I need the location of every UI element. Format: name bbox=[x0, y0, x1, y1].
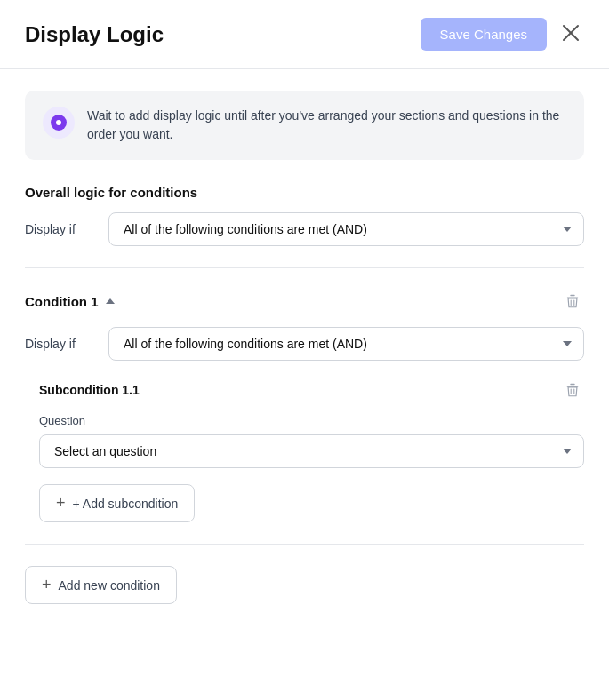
subcondition-trash-icon bbox=[565, 382, 581, 398]
trash-icon bbox=[565, 293, 581, 309]
condition-1-dropdown-wrapper: All of the following conditions are met … bbox=[108, 327, 584, 361]
svg-rect-7 bbox=[570, 384, 574, 385]
subcondition-1-1-block: Subcondition 1.1 Question Select an ques… bbox=[39, 378, 584, 522]
divider-2 bbox=[25, 544, 584, 545]
svg-rect-3 bbox=[570, 295, 574, 296]
overall-display-if-label: Display if bbox=[25, 222, 96, 236]
add-condition-plus-icon: + bbox=[42, 576, 52, 594]
info-banner-text: Wait to add display logic until after yo… bbox=[87, 107, 566, 144]
question-label: Question bbox=[39, 414, 584, 427]
subcondition-1-1-header: Subcondition 1.1 bbox=[39, 378, 584, 402]
subcondition-1-1-title: Subcondition 1.1 bbox=[39, 383, 140, 397]
condition-1-title-wrap: Condition 1 bbox=[25, 294, 115, 309]
save-button[interactable]: Save Changes bbox=[421, 18, 547, 51]
add-subcondition-plus-icon: + bbox=[56, 494, 66, 513]
close-button[interactable] bbox=[557, 20, 584, 50]
info-banner: Wait to add display logic until after yo… bbox=[25, 91, 584, 160]
info-icon bbox=[51, 115, 67, 131]
close-icon bbox=[561, 23, 581, 43]
add-subcondition-label: + Add subcondition bbox=[73, 497, 179, 511]
add-condition-label: Add new condition bbox=[59, 578, 160, 593]
page-title: Display Logic bbox=[25, 22, 164, 47]
condition-1-display-if-label: Display if bbox=[25, 337, 96, 351]
subcondition-1-1-delete-button[interactable] bbox=[561, 378, 584, 402]
condition-1-chevron-up-icon bbox=[106, 298, 115, 304]
add-subcondition-button[interactable]: + + Add subcondition bbox=[39, 484, 195, 522]
overall-logic-title: Overall logic for conditions bbox=[25, 185, 584, 200]
condition-block-1: Condition 1 Display if All of the follow… bbox=[25, 290, 584, 522]
header: Display Logic Save Changes bbox=[0, 0, 609, 69]
question-dropdown-wrapper: Select an question bbox=[39, 434, 584, 468]
condition-1-title: Condition 1 bbox=[25, 294, 99, 309]
overall-logic-dropdown[interactable]: All of the following conditions are met … bbox=[108, 212, 584, 246]
condition-1-delete-button[interactable] bbox=[561, 290, 584, 313]
question-dropdown[interactable]: Select an question bbox=[39, 434, 584, 468]
add-condition-button[interactable]: + Add new condition bbox=[25, 566, 177, 604]
overall-logic-section: Overall logic for conditions Display if … bbox=[25, 185, 584, 246]
overall-logic-field-row: Display if All of the following conditio… bbox=[25, 212, 584, 246]
header-actions: Save Changes bbox=[421, 18, 584, 51]
condition-1-display-if-row: Display if All of the following conditio… bbox=[25, 327, 584, 361]
condition-1-header: Condition 1 bbox=[25, 290, 584, 313]
condition-1-dropdown[interactable]: All of the following conditions are met … bbox=[108, 327, 584, 361]
divider-1 bbox=[25, 267, 584, 268]
content: Wait to add display logic until after yo… bbox=[0, 69, 609, 625]
overall-logic-dropdown-wrapper: All of the following conditions are met … bbox=[108, 212, 584, 246]
info-icon-wrap bbox=[43, 107, 75, 139]
